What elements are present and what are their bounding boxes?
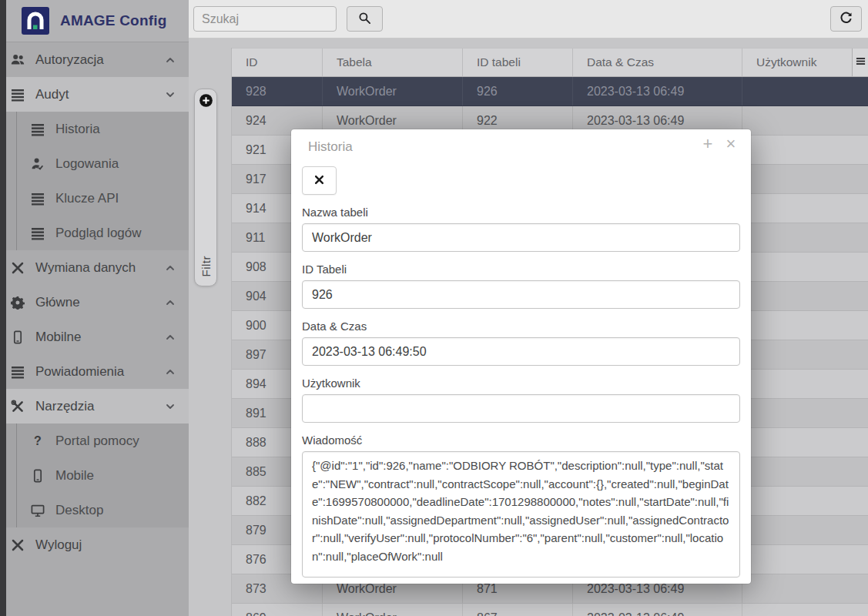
datetime-label: Data & Czas [302,320,740,333]
maximize-icon[interactable]: + [700,134,716,154]
datetime-field[interactable] [302,337,740,366]
sidebar-item-glowne[interactable]: Główne [6,285,189,320]
list-icon [30,122,45,136]
x-icon [10,538,25,552]
cell-tabela: WorkOrder [323,604,463,616]
sidebar-edge-strip [0,0,6,616]
table-name-field[interactable] [302,223,740,252]
cell-uzytkownik [742,370,868,398]
cell-uzytkownik [742,282,868,310]
cell-uzytkownik [742,487,868,515]
sidebar-item-desktop[interactable]: Desktop [6,493,189,527]
sidebar-item-wyloguj[interactable]: Wyloguj [6,527,189,562]
chevron-up-icon [165,367,176,377]
cell-uzytkownik [742,311,868,340]
sidebar-item-portal-pomocy[interactable]: ?Portal pomocy [6,424,189,458]
header-tabela[interactable]: Tabela [323,49,463,76]
close-icon[interactable]: × [723,134,739,154]
cell-uzytkownik [742,136,868,164]
cell-tabela: WorkOrder [323,77,463,105]
amage-config-app: AMAGE Config AutoryzacjaAudytHistoriaLog… [0,0,868,616]
header-data-czas[interactable]: Data & Czas [573,49,742,76]
chevron-up-icon [165,263,176,273]
cell-uzytkownik [742,399,868,427]
cell-data-czas: 2023-03-13 06:49 [573,604,742,616]
cell-uzytkownik [742,516,868,544]
cell-id-tabeli: 926 [463,77,573,105]
message-label: Wiadomość [302,434,740,447]
cell-id-tabeli: 867 [463,604,573,616]
chevron-down-icon [165,89,176,100]
topbar [189,0,868,38]
modal-title: Historia [308,139,353,154]
chevron-down-icon [165,401,176,412]
list-icon [10,365,25,379]
phone-icon [30,469,45,483]
historia-modal: Historia + × Nazwa tabeli ID Tabeli Data… [291,129,751,584]
sidebar-item-mobile[interactable]: Mobile [6,458,189,493]
sidebar-item-klucze-api[interactable]: Klucze API [6,181,189,216]
table-id-field[interactable] [302,280,740,309]
chevron-up-icon [165,55,176,65]
header-id[interactable]: ID [232,49,323,76]
question-icon: ? [30,434,45,448]
sidebar-item-audyt[interactable]: Audyt [6,77,189,112]
desktop-icon [30,504,45,517]
sidebar-item-narzedzia[interactable]: Narzędzia [6,389,189,424]
table-row[interactable]: 869WorkOrder8672023-03-13 06:49 [232,604,868,616]
table-row[interactable]: 928WorkOrder9262023-03-13 06:49 [232,77,868,106]
close-record-button[interactable] [302,166,337,195]
sidebar-item-podglad-logow[interactable]: Podgląd logów [6,216,189,250]
app-logo-row: AMAGE Config [6,0,189,42]
sidebar-item-historia[interactable]: Historia [6,112,189,146]
search-input[interactable] [193,6,337,32]
cell-uzytkownik [742,545,868,574]
list-icon [10,88,25,102]
sidebar-item-mobilne[interactable]: Mobilne [6,320,189,354]
filter-tab[interactable]: Filtr [194,89,217,286]
x-icon [314,175,324,187]
cell-uzytkownik [742,574,868,603]
cell-uzytkownik [742,604,868,616]
chevron-up-icon [165,332,176,343]
users-icon [10,53,25,67]
refresh-icon [840,12,853,27]
sidebar-item-autoryzacja[interactable]: Autoryzacja [6,42,189,77]
plus-circle-icon [199,93,213,108]
search-button[interactable] [347,6,383,32]
sidebar-item-wymiana-danych[interactable]: Wymiana danych [6,250,189,285]
cell-id: 869 [232,604,323,616]
search-icon [358,12,371,27]
cell-uzytkownik [742,340,868,369]
list-icon [30,192,45,206]
amage-logo-icon [22,7,49,35]
sidebar: AMAGE Config AutoryzacjaAudytHistoriaLog… [6,0,189,616]
table-header-row: ID Tabela ID tabeli Data & Czas Użytkown… [232,48,868,77]
cell-uzytkownik [742,457,868,486]
cell-uzytkownik [742,253,868,281]
modal-body: Nazwa tabeli ID Tabeli Data & Czas Użytk… [291,166,751,578]
menu-icon [856,55,866,69]
sidebar-item-logowania[interactable]: Logowania [6,146,189,181]
app-title: AMAGE Config [60,12,167,29]
refresh-button[interactable] [830,6,862,32]
user-label: Użytkownik [302,377,740,390]
svg-text:?: ? [34,434,42,447]
modal-header: Historia + × [291,129,751,155]
filter-tab-label: Filtr [199,256,213,277]
header-uzytkownik[interactable]: Użytkownik [742,49,852,76]
phone-icon [10,330,25,344]
cell-uzytkownik [742,223,868,252]
table-id-label: ID Tabeli [302,263,740,276]
cell-uzytkownik [742,77,868,105]
column-selector-button[interactable] [852,49,868,76]
user-field[interactable] [302,394,740,423]
x-icon [10,261,25,275]
gear-icon [10,296,25,310]
cell-uzytkownik [742,194,868,223]
header-id-tabeli[interactable]: ID tabeli [463,49,573,76]
message-textarea[interactable]: {"@id":"1","id":926,"name":"ODBIORY ROBÓ… [302,451,740,578]
sidebar-item-powiadomienia[interactable]: Powiadomienia [6,354,189,389]
user-check-icon [30,157,45,171]
table-name-label: Nazwa tabeli [302,206,740,219]
